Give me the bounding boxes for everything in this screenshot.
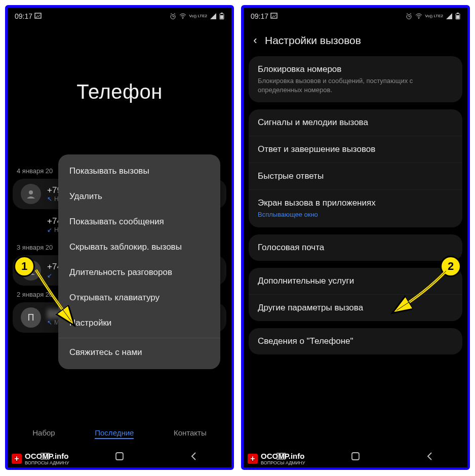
tab-contacts[interactable]: Контакты [174,428,207,439]
status-left: 09:17 [15,12,42,20]
settings-card: Голосовая почта [249,234,462,261]
battery-icon [219,13,224,20]
phone-right: 09:17 Vo)) LTE2 ‹ Настройки вызовов Блок… [241,5,470,470]
lte-label: Vo)) LTE2 [425,14,443,18]
avatar [21,184,41,204]
svg-rect-16 [457,13,459,14]
plus-icon: + [12,454,22,464]
tab-dial[interactable]: Набор [32,428,55,439]
options-menu: Показывать вызовы Удалить Показывать соо… [58,154,220,369]
annotation-arrow-2 [390,267,451,323]
item-title: Экран вызова в приложениях [258,198,453,208]
screen-right: 09:17 Vo)) LTE2 ‹ Настройки вызовов Блок… [244,8,467,467]
svg-point-6 [29,190,33,194]
statusbar: 09:17 Vo)) LTE2 [8,8,231,25]
watermark: + OCOMP.info ВОПРОСЫ АДМИНУ [8,450,73,467]
back-button[interactable] [188,451,200,462]
watermark: + OCOMP.info ВОПРОСЫ АДМИНУ [244,450,309,467]
item-voicemail[interactable]: Голосовая почта [249,234,462,261]
back-icon[interactable]: ‹ [249,34,262,47]
menu-show-calls[interactable]: Показывать вызовы [58,158,220,184]
item-subtitle: Блокировка вызовов и сообщений, поступаю… [258,76,453,94]
screenshot-icon [270,13,278,19]
item-call-screen-apps[interactable]: Экран вызова в приложениях Всплывающее о… [249,189,462,227]
watermark-sub: ВОПРОСЫ АДМИНУ [25,460,69,465]
menu-hide-blocked[interactable]: Скрывать заблокир. вызовы [58,234,220,260]
wifi-icon [179,13,186,19]
home-button[interactable] [350,451,361,462]
settings-card: Сигналы и мелодии вызова Ответ и заверше… [249,109,462,227]
outgoing-icon: ↖ [47,195,52,203]
back-button[interactable] [424,451,436,462]
svg-rect-5 [220,15,223,19]
menu-show-messages[interactable]: Показывать сообщения [58,209,220,234]
svg-rect-11 [116,453,123,460]
home-button[interactable] [114,451,125,462]
watermark-sub: ВОПРОСЫ АДМИНУ [261,460,305,465]
plus-icon: + [248,454,258,464]
svg-rect-17 [456,15,459,19]
svg-rect-4 [221,13,223,14]
missed-icon: ↙ [47,226,52,233]
battery-icon [455,13,460,20]
item-about-phone[interactable]: Сведения о "Телефоне" [249,328,462,354]
menu-delete[interactable]: Удалить [58,184,220,209]
screen-left: 09:17 Vo)) LTE2 Телефон 4 января 20 +79 … [8,8,231,467]
watermark-main: OCOMP.info [261,452,304,460]
item-answer-end[interactable]: Ответ и завершение вызовов [249,136,462,163]
status-right: Vo)) LTE2 [170,13,224,20]
status-time: 09:17 [15,12,32,20]
alarm-icon [406,13,412,20]
settings-header: ‹ Настройки вызовов [244,25,467,52]
item-subtitle: Всплывающее окно [258,210,453,219]
item-title: Блокировка номеров [258,64,453,74]
status-left: 09:17 [251,12,278,20]
status-right: Vo)) LTE2 [406,13,460,20]
header-title: Настройки вызовов [265,34,361,47]
phone-left: 09:17 Vo)) LTE2 Телефон 4 января 20 +79 … [5,5,234,470]
svg-point-2 [182,18,183,19]
menu-contact-us[interactable]: Свяжитесь с нами [58,338,220,365]
statusbar: 09:17 Vo)) LTE2 [244,8,467,25]
status-time: 09:17 [251,12,268,20]
bottom-tabs: Набор Последние Контакты [8,421,231,444]
signal-icon [446,13,452,19]
watermark-main: OCOMP.info [25,452,68,460]
signal-icon [210,13,216,19]
settings-card: Сведения о "Телефоне" [249,328,462,354]
tab-recent[interactable]: Последние [95,428,134,439]
svg-point-14 [418,18,419,19]
svg-rect-21 [352,453,359,460]
item-ringtones[interactable]: Сигналы и мелодии вызова [249,109,462,136]
item-block-numbers[interactable]: Блокировка номеров Блокировка вызовов и … [249,56,462,102]
lte-label: Vo)) LTE2 [189,14,207,18]
item-quick-replies[interactable]: Быстрые ответы [249,163,462,189]
page-title: Телефон [8,81,231,103]
alarm-icon [170,13,176,20]
screenshot-icon [34,13,42,19]
settings-card: Блокировка номеров Блокировка вызовов и … [249,56,462,102]
annotation-arrow-1 [32,266,88,332]
wifi-icon [415,13,422,19]
